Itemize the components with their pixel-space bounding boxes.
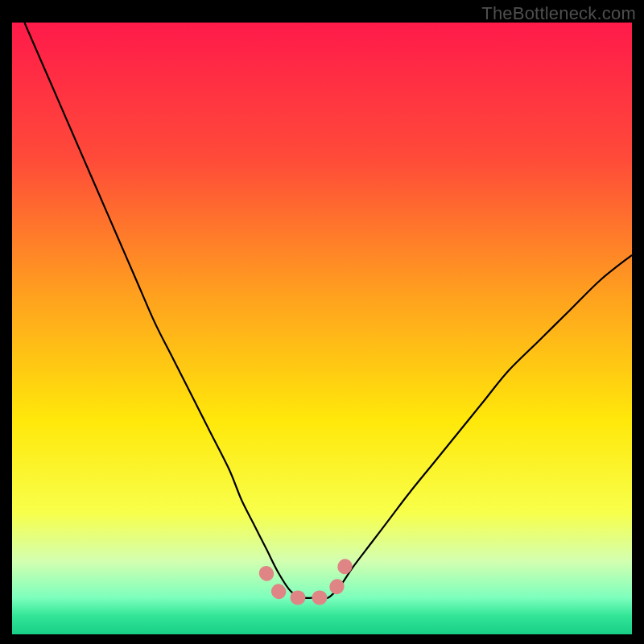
gradient-background	[12, 23, 632, 634]
watermark-label: TheBottleneck.com	[481, 3, 636, 24]
bottleneck-plot	[12, 23, 632, 634]
plot-svg	[12, 23, 632, 634]
chart-frame: TheBottleneck.com	[0, 0, 644, 644]
